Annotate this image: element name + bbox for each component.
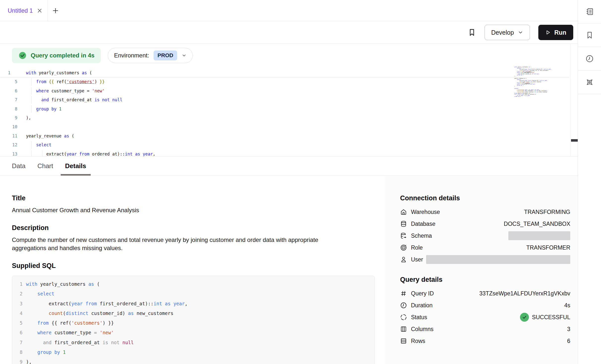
row-label: Schema bbox=[411, 233, 432, 239]
check-circle-icon bbox=[18, 51, 27, 60]
tab-bar: Untitled 1 bbox=[0, 0, 578, 21]
query-status-row: Query completed in 4s Environment: PROD bbox=[12, 48, 193, 63]
connection-row-user: User bbox=[400, 254, 570, 265]
redacted-value bbox=[426, 255, 570, 264]
indent-guide bbox=[31, 105, 32, 113]
environment-value-chip: PROD bbox=[154, 51, 177, 60]
code-line[interactable]: 7 and first_ordered_at is not null bbox=[0, 95, 569, 104]
row-value: DOCS_TEAM_SANDBOX bbox=[504, 221, 570, 227]
code-text: order by 1 bbox=[514, 96, 521, 97]
code-line: 1with yearly_customers as ( bbox=[15, 279, 375, 289]
details-pane: Title Annual Customer Growth and Revenue… bbox=[0, 176, 578, 364]
sql-editor: Query completed in 4s Environment: PROD … bbox=[0, 44, 578, 156]
code-text: and first_ordered_at is not null bbox=[26, 95, 122, 104]
indent-guide bbox=[42, 96, 42, 104]
row-label: Status bbox=[411, 314, 427, 321]
line-number: 13 bbox=[0, 150, 17, 156]
hash-icon bbox=[400, 290, 407, 297]
check-circle-icon bbox=[520, 313, 529, 322]
editor-scrollbar-track[interactable] bbox=[571, 44, 578, 156]
indent-guide bbox=[42, 150, 42, 156]
code-line[interactable]: 9), bbox=[0, 113, 569, 122]
connection-details-heading: Connection details bbox=[400, 194, 570, 202]
row-value: SUCCESSFUL bbox=[532, 314, 570, 321]
four-point-star-icon bbox=[585, 78, 594, 87]
code-line: 9), bbox=[15, 357, 375, 364]
editor-minimap[interactable]: with yearly_customers as ( select extrac… bbox=[514, 67, 569, 97]
indent-guide bbox=[31, 78, 32, 85]
close-tab-icon[interactable] bbox=[37, 8, 43, 14]
develop-dropdown[interactable]: Develop bbox=[485, 25, 530, 40]
code-text: select bbox=[26, 289, 54, 299]
code-text: ), bbox=[26, 113, 31, 122]
code-text: and first_ordered_at is not null bbox=[26, 338, 134, 347]
query-row-duration: Duration 4s bbox=[400, 299, 570, 311]
code-line: 2 select bbox=[15, 289, 375, 299]
code-line: 4 count(distinct customer_id) as new_cus… bbox=[15, 309, 375, 318]
code-line[interactable]: 6 where customer_type = 'new' bbox=[0, 86, 569, 95]
code-text: count(distinct customer_id) as new_custo… bbox=[26, 309, 173, 318]
notebook-panel-button[interactable] bbox=[578, 0, 601, 24]
run-label: Run bbox=[554, 29, 566, 36]
code-line[interactable]: 8 group by 1 bbox=[0, 104, 569, 113]
code-text: ), bbox=[26, 357, 32, 364]
code-line[interactable]: 5 from {{ ref('customers') }} bbox=[0, 77, 569, 86]
play-icon bbox=[545, 30, 551, 35]
explore-panel-button[interactable] bbox=[578, 71, 601, 94]
line-number: 8 bbox=[15, 347, 23, 357]
code-text: with yearly_customers as ( bbox=[26, 68, 92, 77]
tab-untitled-1[interactable]: Untitled 1 bbox=[0, 0, 48, 21]
plus-icon bbox=[52, 7, 59, 14]
new-tab-button[interactable] bbox=[48, 0, 63, 21]
row-value: TRANSFORMING bbox=[524, 209, 570, 215]
row-value: 3 bbox=[567, 326, 570, 333]
bookmark-icon bbox=[585, 31, 594, 39]
editor-toolbar: Develop Run bbox=[0, 21, 578, 44]
connection-row-role: Role TRANSFORMER bbox=[400, 242, 570, 254]
row-value: 6 bbox=[567, 338, 570, 344]
indent-guide bbox=[31, 141, 32, 149]
code-line[interactable]: 10 bbox=[0, 122, 569, 131]
editor-scrollbar-thumb[interactable] bbox=[571, 139, 578, 142]
database-icon bbox=[400, 220, 407, 227]
history-panel-button[interactable] bbox=[578, 47, 601, 71]
tab-chart[interactable]: Chart bbox=[33, 156, 58, 176]
row-label: User bbox=[411, 256, 423, 263]
code-text: extract(year from first_ordered_at)::int… bbox=[26, 299, 188, 309]
code-text: group by 1 bbox=[26, 347, 66, 357]
line-number: 6 bbox=[15, 328, 23, 338]
connection-row-database: Database DOCS_TEAM_SANDBOX bbox=[400, 218, 570, 230]
code-area[interactable]: 1with yearly_customers as (5 from {{ ref… bbox=[0, 68, 569, 156]
code-text: from {{ ref('customers') }} bbox=[26, 77, 105, 86]
connection-row-warehouse: Warehouse TRANSFORMING bbox=[400, 206, 570, 218]
code-line[interactable]: 1with yearly_customers as ( bbox=[0, 68, 569, 77]
results-tab-bar: Data Chart Details bbox=[0, 156, 578, 176]
code-line[interactable]: 13 extract(year from ordered_at)::int as… bbox=[0, 150, 569, 156]
tab-details[interactable]: Details bbox=[61, 156, 91, 176]
code-line[interactable]: 11yearly_revenue as ( bbox=[0, 131, 569, 140]
connection-row-schema: Schema bbox=[400, 230, 570, 242]
user-icon bbox=[400, 256, 407, 263]
code-line[interactable]: 12 select bbox=[0, 140, 569, 149]
description-value: Compute the number of new customers and … bbox=[12, 236, 341, 252]
tab-data[interactable]: Data bbox=[7, 156, 30, 176]
details-main-column: Title Annual Customer Growth and Revenue… bbox=[0, 176, 385, 364]
indent-guide bbox=[31, 96, 32, 104]
query-row-status: Status SUCCESSFUL bbox=[400, 311, 570, 323]
row-value: 4s bbox=[564, 302, 570, 309]
indent-guide bbox=[31, 87, 32, 95]
bookmarks-panel-button[interactable] bbox=[578, 24, 601, 47]
columns-icon bbox=[400, 326, 407, 333]
line-number: 10 bbox=[0, 122, 17, 131]
status-badge: SUCCESSFUL bbox=[520, 313, 570, 322]
row-label: Rows bbox=[411, 338, 425, 344]
run-button[interactable]: Run bbox=[538, 25, 573, 40]
supplied-sql-block: 1with yearly_customers as (2 select3 ext… bbox=[12, 276, 375, 364]
environment-selector[interactable]: Environment: PROD bbox=[108, 48, 193, 63]
code-text: select bbox=[26, 140, 51, 149]
main-pane: Untitled 1 bbox=[0, 0, 578, 364]
line-number: 6 bbox=[0, 86, 17, 95]
app-root: Untitled 1 bbox=[0, 0, 601, 364]
bookmark-button[interactable] bbox=[468, 28, 476, 37]
clock-icon bbox=[400, 302, 407, 309]
